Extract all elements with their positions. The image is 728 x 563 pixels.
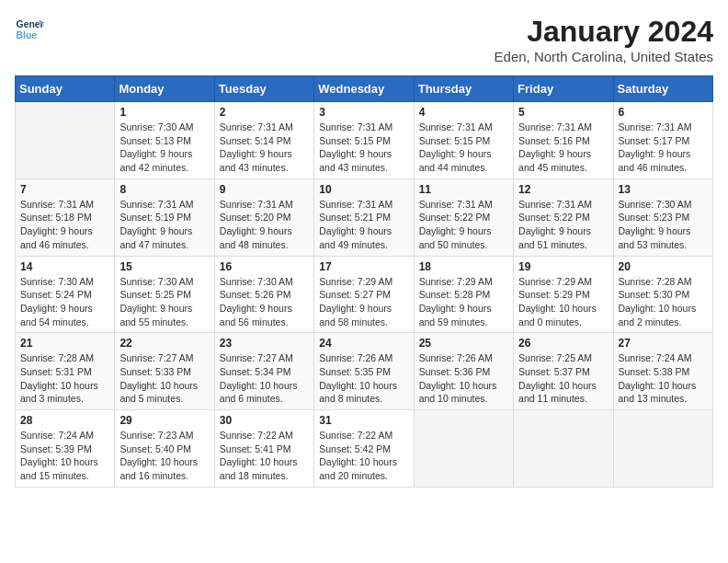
weekday-header-monday: Monday bbox=[115, 76, 214, 102]
day-number: 21 bbox=[20, 337, 109, 350]
day-number: 17 bbox=[319, 260, 408, 273]
day-info: Sunrise: 7:30 AMSunset: 5:24 PMDaylight:… bbox=[20, 275, 109, 329]
calendar-table: SundayMondayTuesdayWednesdayThursdayFrid… bbox=[15, 75, 713, 488]
day-number: 28 bbox=[20, 414, 109, 427]
calendar-cell bbox=[16, 102, 115, 179]
day-number: 2 bbox=[220, 106, 309, 119]
day-info: Sunrise: 7:31 AMSunset: 5:15 PMDaylight:… bbox=[319, 121, 408, 175]
day-number: 11 bbox=[419, 183, 508, 196]
calendar-cell: 8Sunrise: 7:31 AMSunset: 5:19 PMDaylight… bbox=[115, 178, 214, 256]
day-info: Sunrise: 7:31 AMSunset: 5:20 PMDaylight:… bbox=[220, 198, 309, 252]
day-info: Sunrise: 7:29 AMSunset: 5:28 PMDaylight:… bbox=[419, 275, 508, 329]
day-number: 16 bbox=[220, 260, 309, 273]
day-number: 24 bbox=[319, 337, 408, 350]
calendar-week-5: 28Sunrise: 7:24 AMSunset: 5:39 PMDayligh… bbox=[16, 410, 713, 488]
day-info: Sunrise: 7:31 AMSunset: 5:14 PMDaylight:… bbox=[220, 121, 309, 175]
day-info: Sunrise: 7:30 AMSunset: 5:13 PMDaylight:… bbox=[119, 121, 209, 175]
day-info: Sunrise: 7:27 AMSunset: 5:33 PMDaylight:… bbox=[119, 351, 209, 406]
calendar-cell: 13Sunrise: 7:30 AMSunset: 5:23 PMDayligh… bbox=[613, 178, 712, 256]
day-number: 7 bbox=[20, 183, 109, 196]
calendar-cell bbox=[414, 410, 513, 488]
day-number: 22 bbox=[119, 337, 209, 350]
weekday-header-sunday: Sunday bbox=[16, 76, 115, 102]
weekday-header-saturday: Saturday bbox=[613, 76, 712, 102]
weekday-header-friday: Friday bbox=[514, 76, 613, 102]
day-info: Sunrise: 7:24 AMSunset: 5:39 PMDaylight:… bbox=[20, 429, 109, 483]
day-number: 15 bbox=[119, 260, 209, 273]
calendar-cell: 21Sunrise: 7:28 AMSunset: 5:31 PMDayligh… bbox=[16, 333, 115, 410]
svg-text:Blue: Blue bbox=[17, 30, 38, 40]
calendar-week-3: 14Sunrise: 7:30 AMSunset: 5:24 PMDayligh… bbox=[16, 256, 713, 333]
day-number: 31 bbox=[319, 414, 408, 427]
day-info: Sunrise: 7:28 AMSunset: 5:30 PMDaylight:… bbox=[619, 275, 708, 329]
weekday-header-row: SundayMondayTuesdayWednesdayThursdayFrid… bbox=[16, 76, 713, 102]
calendar-cell: 4Sunrise: 7:31 AMSunset: 5:15 PMDaylight… bbox=[414, 102, 513, 179]
day-number: 8 bbox=[119, 183, 209, 196]
page-header: General Blue January 2024 Eden, North Ca… bbox=[15, 15, 713, 64]
calendar-cell: 9Sunrise: 7:31 AMSunset: 5:20 PMDaylight… bbox=[214, 178, 313, 256]
calendar-cell: 7Sunrise: 7:31 AMSunset: 5:18 PMDaylight… bbox=[16, 178, 115, 256]
day-info: Sunrise: 7:26 AMSunset: 5:36 PMDaylight:… bbox=[419, 351, 508, 406]
day-info: Sunrise: 7:31 AMSunset: 5:18 PMDaylight:… bbox=[20, 198, 109, 252]
calendar-cell: 6Sunrise: 7:31 AMSunset: 5:17 PMDaylight… bbox=[613, 102, 712, 179]
calendar-cell: 10Sunrise: 7:31 AMSunset: 5:21 PMDayligh… bbox=[314, 178, 414, 256]
day-info: Sunrise: 7:31 AMSunset: 5:22 PMDaylight:… bbox=[518, 198, 608, 252]
day-number: 25 bbox=[419, 337, 508, 350]
day-info: Sunrise: 7:25 AMSunset: 5:37 PMDaylight:… bbox=[518, 351, 608, 406]
calendar-week-1: 1Sunrise: 7:30 AMSunset: 5:13 PMDaylight… bbox=[16, 102, 713, 179]
main-title: January 2024 bbox=[495, 15, 713, 49]
day-number: 26 bbox=[518, 337, 608, 350]
calendar-cell: 26Sunrise: 7:25 AMSunset: 5:37 PMDayligh… bbox=[514, 333, 613, 410]
day-info: Sunrise: 7:22 AMSunset: 5:41 PMDaylight:… bbox=[220, 429, 309, 483]
day-info: Sunrise: 7:27 AMSunset: 5:34 PMDaylight:… bbox=[220, 351, 309, 406]
day-number: 6 bbox=[619, 106, 708, 119]
calendar-cell: 27Sunrise: 7:24 AMSunset: 5:38 PMDayligh… bbox=[613, 333, 712, 410]
day-number: 4 bbox=[419, 106, 508, 119]
day-number: 1 bbox=[119, 106, 209, 119]
day-info: Sunrise: 7:30 AMSunset: 5:26 PMDaylight:… bbox=[220, 275, 309, 329]
day-number: 9 bbox=[220, 183, 309, 196]
day-info: Sunrise: 7:28 AMSunset: 5:31 PMDaylight:… bbox=[20, 351, 109, 406]
calendar-cell: 2Sunrise: 7:31 AMSunset: 5:14 PMDaylight… bbox=[214, 102, 313, 179]
day-number: 12 bbox=[518, 183, 608, 196]
day-number: 19 bbox=[518, 260, 608, 273]
calendar-cell: 3Sunrise: 7:31 AMSunset: 5:15 PMDaylight… bbox=[314, 102, 414, 179]
calendar-cell bbox=[613, 410, 712, 488]
calendar-cell: 12Sunrise: 7:31 AMSunset: 5:22 PMDayligh… bbox=[514, 178, 613, 256]
calendar-cell: 19Sunrise: 7:29 AMSunset: 5:29 PMDayligh… bbox=[514, 256, 613, 333]
calendar-cell: 29Sunrise: 7:23 AMSunset: 5:40 PMDayligh… bbox=[115, 410, 214, 488]
day-number: 5 bbox=[518, 106, 608, 119]
calendar-cell: 18Sunrise: 7:29 AMSunset: 5:28 PMDayligh… bbox=[414, 256, 513, 333]
calendar-cell bbox=[514, 410, 613, 488]
calendar-cell: 30Sunrise: 7:22 AMSunset: 5:41 PMDayligh… bbox=[214, 410, 313, 488]
day-info: Sunrise: 7:31 AMSunset: 5:16 PMDaylight:… bbox=[518, 121, 608, 175]
logo-icon: General Blue bbox=[15, 15, 44, 44]
day-number: 13 bbox=[619, 183, 708, 196]
calendar-cell: 23Sunrise: 7:27 AMSunset: 5:34 PMDayligh… bbox=[214, 333, 313, 410]
day-number: 20 bbox=[619, 260, 708, 273]
day-number: 14 bbox=[20, 260, 109, 273]
calendar-cell: 14Sunrise: 7:30 AMSunset: 5:24 PMDayligh… bbox=[16, 256, 115, 333]
day-info: Sunrise: 7:23 AMSunset: 5:40 PMDaylight:… bbox=[119, 429, 209, 483]
calendar-cell: 31Sunrise: 7:22 AMSunset: 5:42 PMDayligh… bbox=[314, 410, 414, 488]
day-info: Sunrise: 7:24 AMSunset: 5:38 PMDaylight:… bbox=[619, 351, 708, 406]
day-number: 18 bbox=[419, 260, 508, 273]
logo: General Blue bbox=[15, 15, 44, 44]
calendar-cell: 1Sunrise: 7:30 AMSunset: 5:13 PMDaylight… bbox=[115, 102, 214, 179]
day-info: Sunrise: 7:22 AMSunset: 5:42 PMDaylight:… bbox=[319, 429, 408, 483]
day-info: Sunrise: 7:29 AMSunset: 5:29 PMDaylight:… bbox=[518, 275, 608, 329]
calendar-cell: 24Sunrise: 7:26 AMSunset: 5:35 PMDayligh… bbox=[314, 333, 414, 410]
day-info: Sunrise: 7:26 AMSunset: 5:35 PMDaylight:… bbox=[319, 351, 408, 406]
calendar-cell: 20Sunrise: 7:28 AMSunset: 5:30 PMDayligh… bbox=[613, 256, 712, 333]
day-info: Sunrise: 7:31 AMSunset: 5:19 PMDaylight:… bbox=[119, 198, 209, 252]
calendar-cell: 16Sunrise: 7:30 AMSunset: 5:26 PMDayligh… bbox=[214, 256, 313, 333]
day-info: Sunrise: 7:29 AMSunset: 5:27 PMDaylight:… bbox=[319, 275, 408, 329]
weekday-header-tuesday: Tuesday bbox=[214, 76, 313, 102]
day-info: Sunrise: 7:30 AMSunset: 5:25 PMDaylight:… bbox=[119, 275, 209, 329]
day-number: 23 bbox=[220, 337, 309, 350]
calendar-week-2: 7Sunrise: 7:31 AMSunset: 5:18 PMDaylight… bbox=[16, 178, 713, 256]
day-number: 30 bbox=[220, 414, 309, 427]
calendar-cell: 11Sunrise: 7:31 AMSunset: 5:22 PMDayligh… bbox=[414, 178, 513, 256]
calendar-cell: 28Sunrise: 7:24 AMSunset: 5:39 PMDayligh… bbox=[16, 410, 115, 488]
day-info: Sunrise: 7:31 AMSunset: 5:17 PMDaylight:… bbox=[619, 121, 708, 175]
